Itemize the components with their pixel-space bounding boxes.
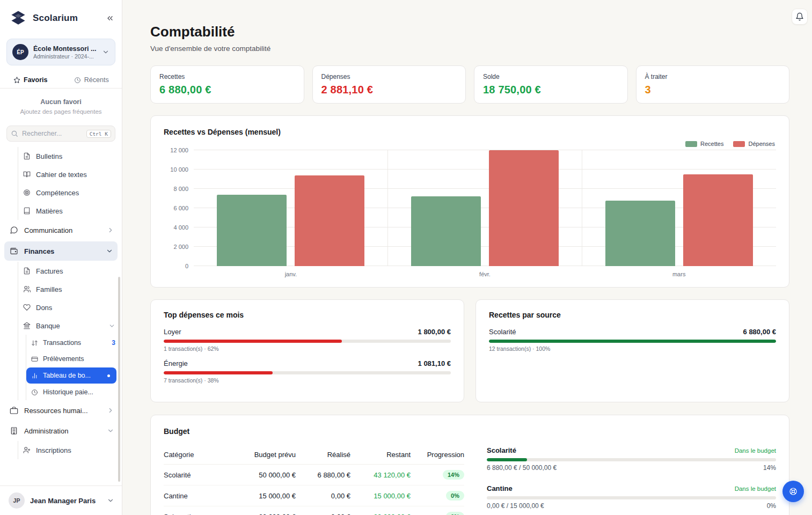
sidebar-item-finances[interactable]: Finances [4, 241, 118, 261]
cell-realized: 6 880,00 € [296, 471, 350, 479]
cell-category: Scolarité [164, 471, 227, 479]
sidebar-item-transactions[interactable]: Transactions 3 [26, 335, 122, 351]
bar-group-2 [387, 150, 582, 266]
sidebar-item-inscriptions[interactable]: Inscriptions [18, 441, 122, 459]
school-selector[interactable]: ÉP École Montessori ... Administrateur ·… [6, 39, 115, 65]
chevrons-left-icon [106, 14, 114, 23]
legend-swatch-recettes [685, 141, 697, 147]
sidebar-item-label: Cahier de textes [36, 171, 87, 179]
sidebar-item-label: Transactions [43, 339, 81, 347]
chevron-right-icon [107, 226, 114, 234]
building-icon [10, 426, 18, 435]
sidebar-item-prelevements[interactable]: Prélèvements [26, 351, 122, 367]
stats-row: Recettes 6 880,00 € Dépenses 2 881,10 € … [150, 65, 789, 104]
expense-amount: 1 800,00 € [418, 328, 451, 336]
tab-favoris[interactable]: Favoris [0, 72, 61, 88]
chart-plot [194, 150, 776, 266]
target-icon [23, 189, 31, 196]
sidebar-item-dons[interactable]: Dons [18, 298, 122, 317]
expense-item-energie: Énergie 1 081,10 € 7 transaction(s) · 38… [164, 359, 451, 384]
app-name: Scolarium [33, 13, 101, 24]
budget-table-header: Catégorie Budget prévu Réalisé Restant P… [164, 445, 464, 465]
y-tick-label: 6 000 [173, 205, 188, 211]
cell-remaining: 43 120,00 € [350, 471, 411, 479]
sidebar-item-ressources-humaines[interactable]: Ressources humai... [0, 400, 122, 421]
sidebar-item-matieres[interactable]: Matières [18, 202, 122, 220]
stat-value: 2 881,10 € [321, 84, 457, 96]
bar-dépenses-fvr [489, 150, 559, 266]
progress-fill [487, 458, 527, 461]
sidebar: Scolarium ÉP École Montessori ... Admini… [0, 0, 122, 515]
sidebar-item-factures[interactable]: Factures [18, 262, 122, 280]
bank-icon [23, 322, 31, 329]
main-content: Comptabilité Vue d'ensemble de votre com… [122, 0, 812, 515]
chevron-down-icon [106, 247, 113, 255]
cell-planned: 50 000,00 € [227, 471, 296, 479]
briefcase-icon [10, 406, 18, 415]
sidebar-item-label: Familles [36, 285, 62, 293]
pedagogy-subitems: Bulletins Cahier de textes Compétences M… [18, 147, 122, 220]
life-buoy-icon [789, 487, 798, 496]
finances-subitems: Factures Familles Dons Banque Transactio… [18, 262, 122, 400]
legend-label: Recettes [700, 141, 723, 147]
sidebar-collapse-button[interactable] [106, 14, 114, 23]
wallet-icon [10, 247, 18, 255]
y-tick-label: 8 000 [173, 186, 188, 192]
progress-fill [164, 340, 342, 343]
sidebar-item-label: Tableau de bo... [43, 372, 91, 379]
summary-status: Dans le budget [735, 485, 776, 492]
message-circle-icon [10, 226, 18, 234]
budget-table: Catégorie Budget prévu Réalisé Restant P… [164, 445, 464, 515]
history-icon [31, 389, 38, 396]
search-box[interactable]: Ctrl K [6, 126, 115, 142]
user-menu[interactable]: JP Jean Manager Paris [0, 485, 122, 515]
sidebar-item-label: Compétences [36, 189, 79, 197]
sidebar-item-familles[interactable]: Familles [18, 280, 122, 298]
school-role: Administrateur · 2024-... [33, 53, 97, 60]
expense-label: Énergie [164, 359, 188, 367]
x-tick-label: mars [582, 271, 776, 277]
chart-x-labels: janv.févr.mars [194, 266, 776, 277]
sidebar-item-label: Finances [24, 247, 54, 255]
user-avatar: JP [9, 492, 25, 509]
bar-recettes-mars [605, 201, 675, 266]
credit-card-icon [31, 356, 38, 363]
sidebar-item-competences[interactable]: Compétences [18, 183, 122, 202]
income-label: Scolarité [489, 328, 516, 336]
chevron-right-icon [107, 407, 114, 414]
sidebar-item-label: Banque [36, 322, 60, 330]
y-tick-label: 2 000 [173, 244, 188, 250]
sidebar-item-cahier-de-textes[interactable]: Cahier de textes [18, 165, 122, 183]
sidebar-item-bulletins[interactable]: Bulletins [18, 147, 122, 165]
sidebar-item-administration[interactable]: Administration [0, 421, 122, 441]
y-tick-label: 10 000 [170, 166, 188, 173]
y-tick-label: 4 000 [173, 224, 188, 231]
sidebar-tabs: Favoris Récents [0, 72, 122, 89]
sidebar-item-historique-paiements[interactable]: Historique paie... [26, 384, 122, 400]
sidebar-item-communication[interactable]: Communication [0, 220, 122, 240]
sidebar-item-banque[interactable]: Banque [18, 317, 122, 335]
bar-groups [194, 150, 776, 266]
search-input[interactable] [22, 130, 83, 137]
table-row-subventions: Subventions 20 000,00 € 0,00 € 20 000,00… [164, 506, 464, 515]
notifications-button[interactable] [792, 9, 808, 25]
column-header: Réalisé [296, 451, 350, 459]
help-button[interactable] [782, 481, 804, 502]
progress-track [489, 340, 776, 343]
summary-scolarite: Scolarité Dans le budget 6 880,00 € / 50… [487, 446, 776, 472]
column-header: Progression [411, 451, 464, 459]
favorites-empty-subtitle: Ajoutez des pages fréquentes [5, 108, 116, 115]
sidebar-item-label: Communication [24, 226, 72, 234]
stat-value: 3 [645, 84, 781, 96]
progress-track [487, 496, 776, 499]
chart-area: 02 0004 0006 0008 00010 00012 000 [164, 150, 776, 266]
sidebar-item-tableau-de-bord[interactable]: Tableau de bo... [26, 367, 116, 384]
column-header: Restant [350, 451, 411, 459]
sidebar-scrollbar[interactable] [118, 277, 120, 482]
sidebar-item-label: Matières [36, 207, 63, 215]
stat-card-solde: Solde 18 750,00 € [474, 65, 628, 104]
bar-recettes-fvr [411, 196, 481, 266]
column-header: Budget prévu [227, 451, 296, 459]
legend-item-recettes: Recettes [685, 141, 723, 147]
tab-recents[interactable]: Récents [61, 72, 122, 88]
